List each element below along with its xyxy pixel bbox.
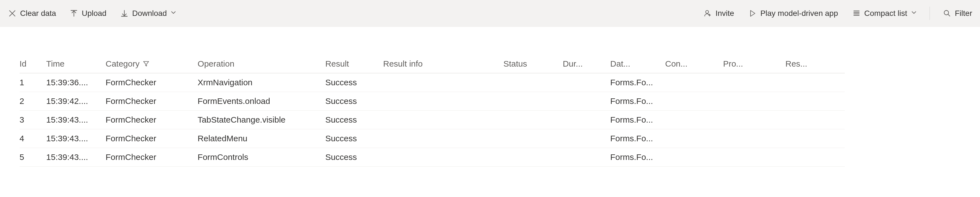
column-header-data[interactable]: Dat... [610, 55, 665, 73]
cell-result-info [383, 129, 503, 148]
col-result-label: Result [325, 59, 349, 68]
col-category-label: Category [106, 59, 140, 68]
search-icon [943, 9, 951, 18]
column-header-status[interactable]: Status [503, 55, 563, 73]
cell-data: Forms.Fo... [610, 111, 665, 129]
table-row[interactable]: 415:39:43....FormCheckerRelatedMenuSucce… [19, 129, 845, 148]
column-header-result-info[interactable]: Result info [383, 55, 503, 73]
cell-status [503, 111, 563, 129]
cell-id: 4 [19, 129, 46, 148]
command-bar: Clear data Upload Download [0, 0, 980, 27]
cell-time: 15:39:43.... [46, 129, 106, 148]
cell-result-info [383, 92, 503, 111]
cell-res [785, 148, 845, 167]
cell-time: 15:39:43.... [46, 111, 106, 129]
cell-res [785, 73, 845, 92]
upload-label: Upload [82, 9, 107, 18]
column-header-res[interactable]: Res... [785, 55, 845, 73]
cell-id: 1 [19, 73, 46, 92]
cell-result: Success [325, 129, 383, 148]
cell-id: 3 [19, 111, 46, 129]
cell-operation: FormEvents.onload [198, 92, 325, 111]
cell-pro [723, 73, 785, 92]
cell-category: FormChecker [106, 111, 198, 129]
cell-time: 15:39:42.... [46, 92, 106, 111]
clear-data-button[interactable]: Clear data [5, 7, 59, 19]
play-app-label: Play model-driven app [760, 9, 838, 18]
svg-point-0 [706, 10, 709, 13]
cell-result: Success [325, 73, 383, 92]
cell-time: 15:39:36.... [46, 73, 106, 92]
cell-con [665, 111, 723, 129]
chevron-down-icon [171, 10, 176, 17]
results-grid-area: Id Time Category Operation Result Result… [0, 27, 980, 167]
header-row: Id Time Category Operation Result Result… [19, 55, 845, 73]
column-header-operation[interactable]: Operation [198, 55, 325, 73]
cell-duration [563, 129, 610, 148]
cell-duration [563, 148, 610, 167]
cell-res [785, 92, 845, 111]
command-bar-right: Invite Play model-driven app Compact lis… [700, 7, 975, 20]
column-header-result[interactable]: Result [325, 55, 383, 73]
cell-con [665, 129, 723, 148]
cell-result-info [383, 148, 503, 167]
download-icon [120, 9, 129, 18]
cell-result: Success [325, 148, 383, 167]
cell-con [665, 92, 723, 111]
col-con-label: Con... [665, 59, 687, 68]
table-row[interactable]: 515:39:43....FormCheckerFormControlsSucc… [19, 148, 845, 167]
cell-status [503, 92, 563, 111]
close-icon [8, 9, 17, 18]
cell-data: Forms.Fo... [610, 129, 665, 148]
compact-list-label: Compact list [864, 9, 907, 18]
col-time-label: Time [46, 59, 65, 68]
cell-res [785, 111, 845, 129]
cell-data: Forms.Fo... [610, 92, 665, 111]
download-button[interactable]: Download [117, 7, 179, 19]
filter-button[interactable]: Filter [940, 7, 975, 19]
filter-label: Filter [955, 9, 972, 18]
table-row[interactable]: 215:39:42....FormCheckerFormEvents.onloa… [19, 92, 845, 111]
cell-data: Forms.Fo... [610, 73, 665, 92]
cell-status [503, 129, 563, 148]
compact-list-button[interactable]: Compact list [849, 7, 920, 19]
table-row[interactable]: 115:39:36....FormCheckerXrmNavigationSuc… [19, 73, 845, 92]
results-grid: Id Time Category Operation Result Result… [19, 55, 845, 167]
list-icon [852, 9, 861, 18]
cell-category: FormChecker [106, 92, 198, 111]
column-header-duration[interactable]: Dur... [563, 55, 610, 73]
col-duration-label: Dur... [563, 59, 583, 68]
col-pro-label: Pro... [723, 59, 743, 68]
column-header-id[interactable]: Id [19, 55, 46, 73]
play-app-button[interactable]: Play model-driven app [745, 7, 841, 19]
cell-result: Success [325, 111, 383, 129]
cell-operation: RelatedMenu [198, 129, 325, 148]
cell-res [785, 129, 845, 148]
upload-button[interactable]: Upload [67, 7, 109, 19]
invite-button[interactable]: Invite [700, 7, 737, 19]
col-operation-label: Operation [198, 59, 234, 68]
clear-data-label: Clear data [20, 9, 56, 18]
play-icon [748, 9, 757, 18]
toolbar-divider [929, 7, 930, 20]
cell-result-info [383, 73, 503, 92]
cell-operation: XrmNavigation [198, 73, 325, 92]
cell-pro [723, 111, 785, 129]
col-id-label: Id [19, 59, 27, 68]
col-data-label: Dat... [610, 59, 630, 68]
table-row[interactable]: 315:39:43....FormCheckerTabStateChange.v… [19, 111, 845, 129]
cell-con [665, 148, 723, 167]
cell-time: 15:39:43.... [46, 148, 106, 167]
column-header-category[interactable]: Category [106, 55, 198, 73]
column-header-con[interactable]: Con... [665, 55, 723, 73]
column-header-pro[interactable]: Pro... [723, 55, 785, 73]
cell-duration [563, 92, 610, 111]
col-status-label: Status [503, 59, 527, 68]
chevron-down-icon [911, 10, 917, 17]
cell-duration [563, 111, 610, 129]
cell-status [503, 148, 563, 167]
cell-pro [723, 92, 785, 111]
invite-icon [703, 9, 712, 18]
column-header-time[interactable]: Time [46, 55, 106, 73]
filter-icon [143, 61, 149, 68]
